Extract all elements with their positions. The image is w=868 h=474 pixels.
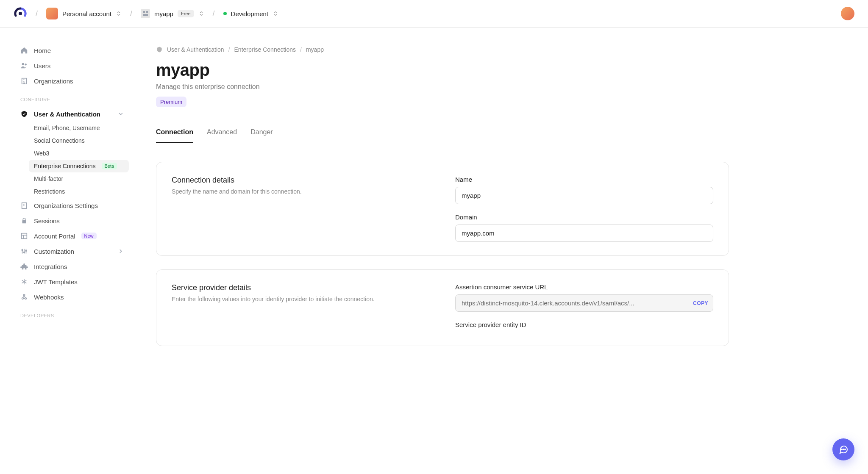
svg-rect-1: [143, 11, 145, 13]
plan-badge: Free: [178, 10, 194, 17]
sidebar-item-users[interactable]: Users: [15, 58, 129, 73]
sidebar-item-org-settings[interactable]: Organizations Settings: [15, 198, 129, 213]
card-title: Service provider details: [172, 283, 430, 292]
sidebar-item-label: Account Portal: [34, 233, 75, 240]
card-title: Connection details: [172, 176, 430, 185]
sidebar-item-enterprise[interactable]: Enterprise Connections Beta: [29, 160, 129, 172]
sidebar-item-social[interactable]: Social Connections: [29, 134, 129, 147]
top-header: / Personal account / myapp Free / Develo…: [0, 0, 868, 28]
chevron-right-icon: [118, 248, 124, 254]
sidebar-item-label: Email, Phone, Username: [34, 125, 100, 131]
sidebar-item-web3[interactable]: Web3: [29, 147, 129, 160]
page-title: myapp: [156, 61, 729, 80]
tab-connection[interactable]: Connection: [156, 124, 193, 143]
breadcrumb-item[interactable]: User & Authentication: [167, 46, 224, 53]
svg-point-5: [25, 64, 27, 66]
building-icon: [20, 202, 28, 209]
sidebar-item-sessions[interactable]: Sessions: [15, 213, 129, 228]
name-input[interactable]: [455, 187, 713, 204]
sidebar-item-webhooks[interactable]: Webhooks: [15, 289, 129, 305]
name-label: Name: [455, 176, 713, 183]
svg-rect-8: [22, 220, 26, 223]
shield-icon: [156, 46, 163, 53]
sidebar-item-home[interactable]: Home: [15, 43, 129, 58]
new-badge: New: [81, 233, 97, 239]
updown-icon: [198, 11, 204, 17]
breadcrumb-item[interactable]: Enterprise Connections: [234, 46, 296, 53]
shield-icon: [20, 110, 28, 118]
logo-icon: [14, 7, 27, 20]
sidebar-section-configure: Configure: [15, 89, 129, 106]
svg-point-14: [25, 298, 27, 299]
clerk-logo[interactable]: [14, 7, 27, 20]
sidebar-item-label: Customization: [34, 248, 74, 255]
app-switcher[interactable]: myapp Free: [141, 9, 204, 18]
card-description: Specify the name and domain for this con…: [172, 187, 430, 196]
sidebar-item-label: Organizations Settings: [34, 202, 98, 209]
tab-danger[interactable]: Danger: [250, 124, 273, 143]
env-name: Development: [231, 10, 268, 17]
chevron-down-icon: [118, 111, 124, 117]
acs-url-input[interactable]: [455, 294, 713, 312]
sidebar-item-integrations[interactable]: Integrations: [15, 259, 129, 274]
puzzle-icon: [20, 263, 28, 270]
sidebar-item-label: Home: [34, 47, 51, 54]
sidebar-item-label: JWT Templates: [34, 278, 78, 286]
sidebar: Home Users Organizations Configure User …: [0, 28, 136, 394]
sidebar-item-customization[interactable]: Customization: [15, 244, 129, 259]
domain-input[interactable]: [455, 225, 713, 242]
card-connection-details: Connection details Specify the name and …: [156, 162, 729, 256]
sidebar-item-label: Multi-factor: [34, 175, 63, 182]
account-avatar: [46, 8, 58, 19]
webhook-icon: [20, 293, 28, 301]
sidebar-item-mfa[interactable]: Multi-factor: [29, 172, 129, 185]
sidebar-item-organizations[interactable]: Organizations: [15, 73, 129, 89]
app-name: myapp: [154, 10, 173, 17]
breadcrumb-current: myapp: [306, 46, 324, 53]
sidebar-item-account-portal[interactable]: Account Portal New: [15, 228, 129, 244]
updown-icon: [116, 11, 122, 17]
main-content: User & Authentication / Enterprise Conne…: [136, 28, 754, 394]
svg-point-11: [24, 252, 25, 253]
sidebar-item-label: User & Authentication: [34, 111, 100, 118]
breadcrumb-separator: /: [130, 9, 132, 18]
page-subtitle: Manage this enterprise connection: [156, 83, 729, 91]
card-service-provider: Service provider details Enter the follo…: [156, 269, 729, 346]
breadcrumb-separator: /: [36, 9, 38, 18]
sidebar-item-label: Sessions: [34, 217, 60, 225]
home-icon: [20, 47, 28, 54]
updown-icon: [273, 11, 278, 17]
env-switcher[interactable]: Development: [223, 10, 278, 17]
svg-rect-7: [22, 203, 27, 209]
sidebar-item-user-auth[interactable]: User & Authentication: [15, 106, 129, 122]
acs-url-label: Assertion consumer service URL: [455, 283, 713, 291]
status-dot-icon: [223, 12, 227, 15]
sidebar-item-label: Web3: [34, 150, 49, 157]
beta-badge: Beta: [102, 163, 117, 169]
sidebar-item-email-phone[interactable]: Email, Phone, Username: [29, 122, 129, 134]
card-description: Enter the following values into your ide…: [172, 295, 430, 304]
sidebar-item-restrictions[interactable]: Restrictions: [29, 185, 129, 198]
sliders-icon: [20, 247, 28, 255]
sidebar-item-label: Organizations: [34, 78, 73, 85]
svg-point-15: [23, 294, 25, 296]
domain-label: Domain: [455, 213, 713, 221]
account-name: Personal account: [62, 10, 111, 17]
user-avatar[interactable]: [841, 7, 854, 20]
account-switcher[interactable]: Personal account: [46, 8, 122, 19]
svg-point-13: [22, 298, 24, 299]
header-left: / Personal account / myapp Free / Develo…: [14, 7, 278, 20]
app-icon: [141, 9, 150, 18]
sidebar-item-label: Enterprise Connections: [34, 163, 96, 169]
svg-rect-9: [22, 233, 27, 239]
svg-point-10: [22, 249, 23, 251]
copy-button[interactable]: COPY: [693, 300, 708, 306]
breadcrumb-separator: /: [228, 46, 230, 53]
tabs: Connection Advanced Danger: [156, 124, 729, 143]
breadcrumb-separator: /: [300, 46, 302, 53]
layout-icon: [20, 232, 28, 240]
sidebar-item-jwt[interactable]: JWT Templates: [15, 274, 129, 289]
entity-id-label: Service provider entity ID: [455, 321, 713, 328]
building-icon: [20, 77, 28, 85]
tab-advanced[interactable]: Advanced: [207, 124, 237, 143]
